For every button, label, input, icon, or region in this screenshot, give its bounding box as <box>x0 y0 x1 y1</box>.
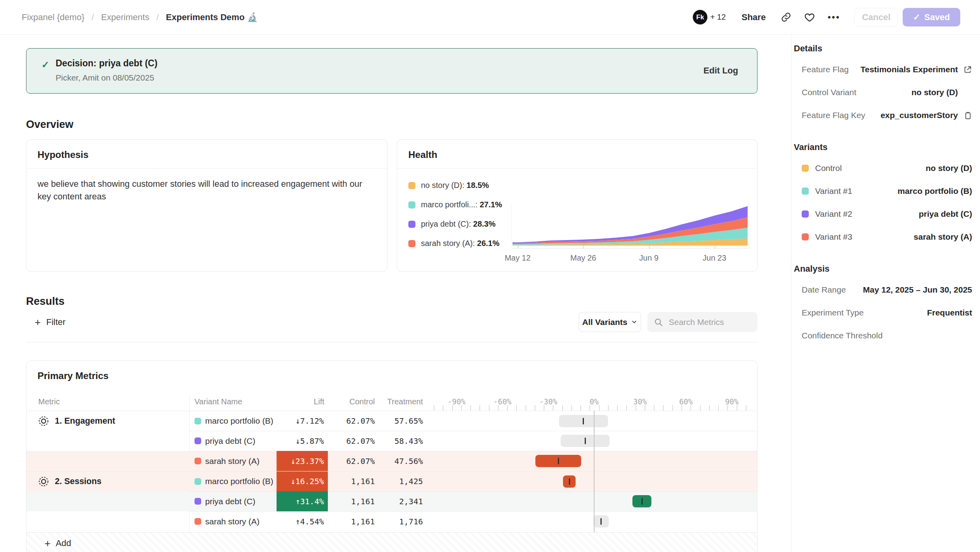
cancel-button[interactable]: Cancel <box>855 8 898 26</box>
variant-color-swatch <box>195 498 201 505</box>
copy-link-button[interactable] <box>781 12 791 23</box>
search-metrics-input[interactable] <box>668 317 751 327</box>
add-filter-button[interactable]: + Filter <box>32 315 68 329</box>
results-heading: Results <box>26 295 65 308</box>
variant-color-swatch <box>802 210 809 218</box>
treatment-value: 57.65% <box>380 411 423 431</box>
metrics-rows: 1. Engagementmarco portfolio (B)↓7.12%62… <box>26 411 757 531</box>
lift-point-tick <box>641 498 643 505</box>
table-row: sarah story (A)↓23.37%62.07%47.56% <box>26 451 757 471</box>
page-title[interactable]: Experiments Demo 🔬 <box>166 12 258 23</box>
hypothesis-card: Hypothesis we believe that showing custo… <box>26 139 387 272</box>
control-value: 62.07% <box>332 431 375 451</box>
avatar[interactable]: Fk <box>693 10 707 24</box>
variant-label: Variant #1 <box>815 186 852 196</box>
saved-button[interactable]: ✓ Saved <box>903 8 960 26</box>
row-separator <box>189 431 757 431</box>
legend-item: priya debt (C): 28.3% <box>408 220 502 229</box>
health-card: Health no story (D): 18.5%marco portfoli… <box>397 139 757 272</box>
analysis-rows: Date RangeMay 12, 2025 – Jun 30, 2025Exp… <box>794 278 972 347</box>
variant-color-swatch <box>195 458 201 464</box>
copy-icon[interactable] <box>963 111 972 120</box>
variants-heading: Variants <box>794 142 972 153</box>
detail-label: Feature Flag <box>802 65 849 74</box>
details-sidebar: Details Feature FlagTestimonials Experim… <box>791 35 980 552</box>
decision-byline: Picker, Amit on 08/05/2025 <box>56 73 154 83</box>
add-metric-button[interactable]: + Add <box>42 538 73 549</box>
legend-label: no story (D): 18.5% <box>421 181 489 190</box>
variant-color-swatch <box>802 188 809 195</box>
variant-value: no story (D) <box>926 163 972 173</box>
primary-metrics-card: Primary Metrics Metric Variant Name Lift… <box>26 360 757 552</box>
variant-color-swatch <box>802 165 809 172</box>
variant-name: marco portfolio (B) <box>205 411 273 431</box>
detail-value: no story (D) <box>911 88 958 97</box>
analysis-label: Confidence Threshold <box>802 331 883 340</box>
hypothesis-text: we believe that showing customer stories… <box>37 178 372 203</box>
variant-color-swatch <box>195 418 201 424</box>
lift-point-tick <box>600 518 602 525</box>
table-row: priya debt (C)↑31.4%1,1612,341 <box>26 491 757 511</box>
legend-value: 28.3% <box>473 220 496 228</box>
axis-tick-label: 0% <box>590 397 599 406</box>
collaborators-count[interactable]: + 12 <box>710 13 726 22</box>
control-value: 62.07% <box>332 411 375 431</box>
column-header-control: Control <box>332 397 375 406</box>
card-divider <box>26 168 387 169</box>
lift-value: ↓16.25% <box>277 471 328 491</box>
variant-label: Variant #2 <box>815 209 852 219</box>
filter-label: Filter <box>46 317 65 327</box>
lift-point-tick <box>585 437 586 444</box>
row-separator <box>189 491 757 492</box>
axis-tick-label: 30% <box>633 397 647 406</box>
x-axis-label: Jun 9 <box>639 253 658 263</box>
ellipsis-icon: ••• <box>828 12 840 23</box>
plus-icon: + <box>35 317 41 327</box>
x-axis-label: Jun 23 <box>703 253 726 263</box>
saved-label: Saved <box>924 12 950 23</box>
detail-value[interactable]: Testimonials Experiment <box>860 65 958 74</box>
variant-label: Control <box>815 163 842 173</box>
favorite-button[interactable] <box>804 12 815 23</box>
lift-value: ↓5.87% <box>277 431 328 451</box>
details-rows: Feature FlagTestimonials ExperimentContr… <box>794 58 972 127</box>
metric-name: 2. Sessions <box>55 477 101 486</box>
more-menu-button[interactable]: ••• <box>828 12 840 23</box>
detail-row: Control Variantno story (D) <box>794 81 972 104</box>
x-axis-label: May 12 <box>505 253 531 263</box>
x-axis-label: May 26 <box>570 253 596 263</box>
axis-tick-label: -60% <box>494 397 512 406</box>
detail-value: exp_customerStory <box>881 111 958 120</box>
legend-color-swatch <box>408 201 415 208</box>
legend-value: 26.1% <box>477 239 499 248</box>
external-link-icon[interactable] <box>963 65 972 74</box>
legend-item: marco portfoli...: 27.1% <box>408 200 502 209</box>
table-row: priya debt (C)↓5.87%62.07%58.43% <box>26 431 757 451</box>
detail-label: Feature Flag Key <box>802 111 865 120</box>
row-separator <box>189 451 757 451</box>
lift-value: ↓7.12% <box>277 411 328 431</box>
lift-point-tick <box>569 478 570 485</box>
primary-metrics-title: Primary Metrics <box>37 370 108 381</box>
table-row: sarah story (A)↑4.54%1,1611,716 <box>26 511 757 531</box>
breadcrumb-experiments[interactable]: Experiments <box>101 12 149 23</box>
variant-value: priya debt (C) <box>919 209 972 219</box>
variant-name: sarah story (A) <box>205 511 260 531</box>
share-button[interactable]: Share <box>739 12 768 23</box>
check-icon: ✓ <box>913 12 920 23</box>
metric-cell: 1. Engagement <box>38 411 115 431</box>
all-variants-dropdown[interactable]: All Variants <box>579 312 641 332</box>
check-icon: ✓ <box>41 59 49 70</box>
edit-log-button[interactable]: Edit Log <box>701 60 741 81</box>
analysis-label: Experiment Type <box>802 308 864 317</box>
goal-metric-icon <box>38 416 49 426</box>
breadcrumb-app[interactable]: Fixpanel {demo} <box>22 12 84 23</box>
health-chart[interactable] <box>511 203 749 249</box>
treatment-value: 1,425 <box>380 471 423 491</box>
top-bar: Fixpanel {demo} / Experiments / Experime… <box>0 0 980 35</box>
variant-color-swatch <box>195 518 201 525</box>
control-value: 1,161 <box>332 471 375 491</box>
search-metrics-box <box>647 312 757 332</box>
variant-name: priya debt (C) <box>205 491 255 511</box>
legend-color-swatch <box>408 221 415 228</box>
